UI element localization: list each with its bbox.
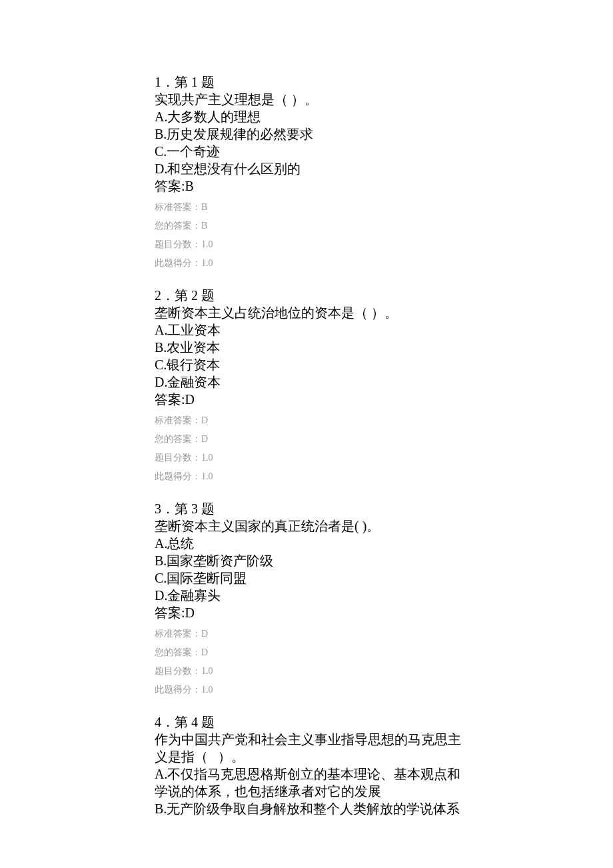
question-number: 2．第 2 题 [155, 287, 461, 304]
your-answer: 您的答案：D [155, 647, 461, 659]
obtained-score: 此题得分：1.0 [155, 684, 461, 696]
question-block: 1．第 1 题 实现共产主义理想是（ ）。 A.大多数人的理想 B.历史发展规律… [155, 73, 461, 269]
option-d: D.金融寡头 [155, 587, 461, 604]
question-block: 3．第 3 题 垄断资本主义国家的真正统治者是( )。 A.总统 B.国家垄断资… [155, 500, 461, 696]
question-block: 4．第 4 题 作为中国共产党和社会主义事业指导思想的马克思主义是指（ ）。 A… [155, 713, 461, 817]
answer-line: 答案:D [155, 604, 461, 621]
option-c: C.银行资本 [155, 356, 461, 373]
full-score: 题目分数：1.0 [155, 665, 461, 677]
option-b: B.国家垄断资产阶级 [155, 552, 461, 569]
option-d: D.金融资本 [155, 373, 461, 391]
answer-line: 答案:D [155, 391, 461, 408]
option-b: B.历史发展规律的必然要求 [155, 125, 461, 143]
question-stem: 垄断资本主义占统治地位的资本是（ ）。 [155, 304, 461, 321]
your-answer: 您的答案：D [155, 433, 461, 445]
full-score: 题目分数：1.0 [155, 452, 461, 464]
question-number: 3．第 3 题 [155, 500, 461, 517]
standard-answer: 标准答案：D [155, 415, 461, 427]
question-number: 1．第 1 题 [155, 73, 461, 91]
document-page: 1．第 1 题 实现共产主义理想是（ ）。 A.大多数人的理想 B.历史发展规律… [155, 73, 461, 817]
option-b: B.无产阶级争取自身解放和整个人类解放的学说体系 [155, 800, 461, 817]
question-block: 2．第 2 题 垄断资本主义占统治地位的资本是（ ）。 A.工业资本 B.农业资… [155, 287, 461, 483]
option-d: D.和空想没有什么区别的 [155, 160, 461, 177]
option-c: C.国际垄断同盟 [155, 569, 461, 587]
option-b: B.农业资本 [155, 339, 461, 356]
full-score: 题目分数：1.0 [155, 239, 461, 251]
standard-answer: 标准答案：D [155, 628, 461, 640]
question-stem: 作为中国共产党和社会主义事业指导思想的马克思主义是指（ ）。 [155, 731, 461, 765]
obtained-score: 此题得分：1.0 [155, 257, 461, 269]
question-stem: 实现共产主义理想是（ ）。 [155, 91, 461, 108]
option-a: A.工业资本 [155, 321, 461, 339]
question-stem: 垄断资本主义国家的真正统治者是( )。 [155, 517, 461, 535]
option-c: C.一个奇迹 [155, 143, 461, 160]
answer-line: 答案:B [155, 177, 461, 195]
standard-answer: 标准答案：B [155, 201, 461, 213]
obtained-score: 此题得分：1.0 [155, 471, 461, 483]
option-a: A.总统 [155, 535, 461, 552]
question-number: 4．第 4 题 [155, 713, 461, 731]
option-a: A.不仅指马克思恩格斯创立的基本理论、基本观点和学说的体系，也包括继承者对它的发… [155, 765, 461, 800]
option-a: A.大多数人的理想 [155, 108, 461, 125]
your-answer: 您的答案：B [155, 220, 461, 232]
